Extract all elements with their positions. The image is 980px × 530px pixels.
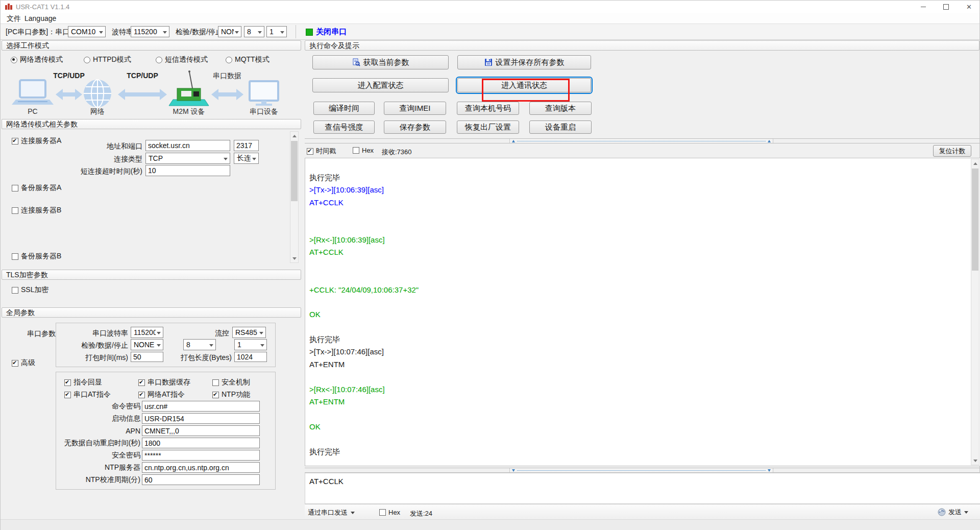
data-bits-select[interactable]: 8: [244, 26, 264, 37]
enter-config-button[interactable]: 进入配置状态: [312, 78, 449, 92]
scroll-down-icon[interactable]: [290, 254, 298, 262]
short-timeout-label: 短连接超时时间(秒): [62, 167, 142, 176]
close-button[interactable]: ✕: [958, 1, 980, 13]
pack-len-input[interactable]: [234, 352, 267, 362]
ssl-checkbox[interactable]: SSL加密: [12, 285, 48, 295]
node-label: M2M 设备: [173, 107, 205, 115]
chevron-down-icon: [157, 332, 161, 336]
backup-a-checkbox[interactable]: 备份服务器A: [12, 183, 61, 192]
pc-serial-params-label: [PC串口参数]：串口号: [6, 28, 77, 37]
chevron-down-icon: [99, 31, 103, 36]
splitter-handle[interactable]: [509, 139, 773, 143]
query-signal-button[interactable]: 查信号强度: [313, 121, 375, 134]
backup-b-checkbox[interactable]: 备份服务器B: [12, 252, 61, 261]
flow-select[interactable]: RS485: [232, 327, 266, 338]
log-line: >[Tx->][10:06:39][asc]: [309, 184, 968, 196]
g-baud-select[interactable]: 115200: [131, 327, 163, 338]
query-imei-button[interactable]: 查询IMEI: [384, 102, 446, 115]
commands-header: 执行命令及提示: [305, 40, 979, 51]
log-splitter-bottom[interactable]: [305, 468, 979, 473]
log-line: [309, 371, 968, 383]
checkbox-icon: [12, 360, 18, 367]
g-data-bits-select[interactable]: 8: [183, 339, 216, 350]
device-restart-button[interactable]: 设备重启: [529, 121, 592, 134]
cmd-password-input[interactable]: [142, 401, 260, 412]
ntp-checkbox[interactable]: NTP功能: [212, 390, 250, 399]
cmd-echo-checkbox[interactable]: 指令回显: [64, 378, 102, 387]
com-port-select[interactable]: COM10: [68, 26, 106, 37]
mode-radio-sms-passthrough[interactable]: 短信透传模式: [156, 55, 208, 64]
security-password-input[interactable]: [142, 450, 260, 461]
compile-time-button[interactable]: 编译时间: [313, 102, 375, 115]
log-splitter-top[interactable]: [305, 138, 979, 143]
auto-restart-input[interactable]: [142, 438, 260, 448]
send-via-serial-dropdown[interactable]: 通过串口发送: [308, 508, 355, 517]
security-mech-checkbox[interactable]: 安全机制: [212, 378, 250, 387]
server-b-checkbox[interactable]: 连接服务器B: [12, 206, 61, 215]
chevron-down-icon: [235, 31, 239, 36]
mode-radio-httpd[interactable]: HTTPD模式: [84, 55, 131, 64]
chevron-down-icon: [209, 344, 213, 349]
keep-type-select[interactable]: 长连: [234, 153, 259, 164]
log-line: >[Rx<-][10:06:39][asc]: [309, 234, 968, 246]
checkbox-icon: [12, 138, 18, 144]
log-line: AT+CCLK: [309, 246, 968, 258]
server-a-port-input[interactable]: [234, 140, 259, 151]
mode-radio-mqtt[interactable]: MQTT模式: [226, 55, 270, 64]
maximize-button[interactable]: [935, 1, 958, 13]
log-hex-checkbox[interactable]: Hex: [353, 147, 374, 154]
timestamp-checkbox[interactable]: 时间戳: [307, 147, 336, 156]
scroll-up-icon[interactable]: [290, 132, 298, 140]
g-parity-select[interactable]: NONE: [131, 339, 163, 350]
ntp-period-input[interactable]: [142, 474, 260, 485]
scroll-up-icon[interactable]: [971, 159, 979, 167]
get-params-button[interactable]: 获取当前参数: [312, 55, 449, 69]
query-local-number-button[interactable]: 查询本机号码: [457, 102, 519, 115]
short-timeout-input[interactable]: [145, 165, 230, 176]
close-port-button[interactable]: 关闭串口: [316, 27, 347, 37]
g-baud-label: 串口波特率: [77, 329, 128, 338]
menu-language[interactable]: Language: [24, 14, 56, 22]
query-version-button[interactable]: 查询版本: [529, 102, 592, 115]
reset-count-button[interactable]: 复位计数: [933, 145, 971, 157]
save-params-button[interactable]: 保存参数: [384, 121, 446, 134]
log-line: AT+CCLK: [309, 197, 968, 209]
scroll-down-icon[interactable]: [971, 456, 979, 465]
serial-at-checkbox[interactable]: 串口AT指令: [64, 390, 111, 399]
send-button[interactable]: 发送: [938, 508, 968, 517]
server-a-checkbox[interactable]: 连接服务器A: [12, 136, 61, 146]
parity-select[interactable]: NONI: [218, 26, 241, 37]
boot-message-input[interactable]: [142, 413, 260, 424]
serial-cache-checkbox[interactable]: 串口数据缓存: [138, 378, 190, 387]
pc-laptop-icon: [12, 80, 54, 105]
pack-time-input[interactable]: [131, 352, 163, 362]
g-stop-bits-select[interactable]: 1: [234, 339, 267, 350]
chevron-down-icon: [351, 512, 355, 514]
stop-bits-select[interactable]: 1: [266, 26, 287, 37]
apn-input[interactable]: [142, 425, 260, 436]
advanced-checkbox[interactable]: 高级: [12, 358, 35, 368]
field-row: NTP服务器: [56, 462, 260, 473]
menu-file[interactable]: 文件: [7, 14, 21, 23]
net-at-checkbox[interactable]: 网络AT指令: [138, 390, 185, 399]
log-scrollbar[interactable]: [971, 159, 979, 465]
scrollbar-thumb[interactable]: [972, 168, 978, 271]
mode-radio-net-passthrough[interactable]: 网络透传模式: [11, 55, 63, 64]
baud-select[interactable]: 115200: [131, 26, 169, 37]
net-params-scrollbar[interactable]: [290, 131, 299, 263]
conn-type-select[interactable]: TCP: [145, 153, 230, 164]
send-hex-checkbox[interactable]: Hex: [379, 509, 400, 516]
set-save-params-button[interactable]: 设置并保存所有参数: [457, 55, 591, 69]
checkbox-icon: [138, 392, 145, 398]
minimize-button[interactable]: [912, 1, 935, 13]
collapse-up-icon: [768, 140, 771, 142]
factory-reset-button[interactable]: 恢复出厂设置: [457, 121, 519, 134]
send-input-area[interactable]: AT+CCLK: [305, 473, 980, 504]
ntp-server-input[interactable]: [142, 462, 260, 473]
checkbox-icon: [12, 207, 18, 214]
scrollbar-thumb[interactable]: [291, 141, 298, 201]
field-label: NTP服务器: [56, 463, 140, 472]
server-a-address-input[interactable]: [145, 140, 230, 151]
splitter-handle[interactable]: [509, 468, 773, 472]
log-line: 执行完毕: [309, 446, 968, 458]
